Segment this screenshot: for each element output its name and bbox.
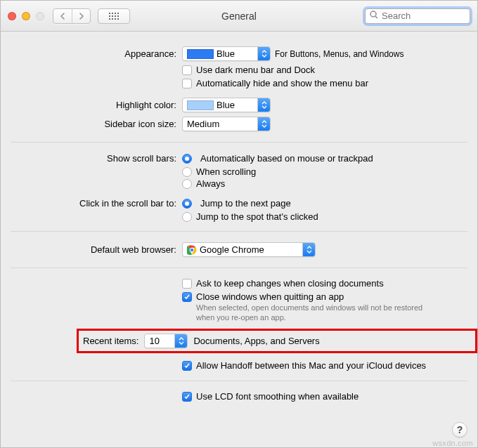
scrollbars-scrolling-label: When scrolling [196,166,256,177]
svg-rect-8 [109,18,110,20]
sidebar-size-value: Medium [187,119,222,129]
appearance-swatch [187,49,214,59]
close-windows-hint1: When selected, open documents and window… [196,303,422,312]
minimize-window-button[interactable] [22,12,30,20]
zoom-window-button[interactable] [36,12,44,20]
scrollbars-label: Show scroll bars: [1,153,182,164]
svg-rect-10 [115,18,116,20]
clickbar-spot-radio[interactable] [182,212,192,222]
auto-hide-label: Automatically hide and show the menu bar [196,78,368,88]
nav-back-forward [53,8,91,24]
close-windows-label: Close windows when quitting an app [196,291,422,302]
back-button[interactable] [53,9,72,23]
lcd-smoothing-checkbox[interactable] [182,392,192,402]
appearance-hint: For Buttons, Menus, and Windows [275,49,403,59]
svg-line-13 [375,16,377,18]
chrome-icon [187,245,197,255]
separator [11,268,467,268]
recent-items-highlight: Recent items: 10 Documents, Apps, and Se… [77,329,477,353]
svg-point-16 [190,248,194,251]
highlight-value: Blue [217,100,238,110]
scrollbars-auto-label: Automatically based on mouse or trackpad [200,153,373,164]
dark-menu-checkbox[interactable] [182,65,192,75]
clickbar-label: Click in the scroll bar to: [1,198,182,209]
auto-hide-checkbox[interactable] [182,79,192,88]
ask-changes-label: Ask to keep changes when closing documen… [196,278,384,289]
handoff-label: Allow Handoff between this Mac and your … [196,360,426,371]
help-button[interactable]: ? [452,422,467,437]
scrollbars-scrolling-radio[interactable] [182,167,192,177]
svg-rect-3 [117,13,119,14]
preferences-body: Appearance: Blue For Buttons, Menus, and… [1,32,477,447]
dropdown-arrows-icon [174,334,187,348]
window-controls [8,12,44,20]
dropdown-arrows-icon [302,243,315,256]
clickbar-next-radio[interactable] [182,199,192,209]
browser-select[interactable]: Google Chrome [182,242,316,257]
separator [11,142,467,143]
close-window-button[interactable] [8,12,16,20]
svg-rect-5 [112,15,113,17]
svg-rect-0 [109,13,110,14]
handoff-checkbox[interactable] [182,361,192,371]
scrollbars-auto-radio[interactable] [182,154,192,164]
dark-menu-label: Use dark menu bar and Dock [196,65,315,75]
svg-rect-6 [115,15,116,17]
ask-changes-checkbox[interactable] [182,279,192,289]
scrollbars-always-label: Always [196,178,225,189]
browser-value: Google Chrome [200,244,267,255]
highlight-label: Highlight color: [1,100,182,110]
clickbar-spot-label: Jump to the spot that's clicked [196,211,318,222]
appearance-label: Appearance: [1,48,182,59]
clickbar-next-label: Jump to the next page [200,198,291,209]
dropdown-arrows-icon [257,98,270,112]
search-input[interactable] [382,11,465,21]
highlight-select[interactable]: Blue [182,98,271,112]
svg-rect-11 [117,18,119,20]
dropdown-arrows-icon [257,47,270,60]
highlight-swatch [187,100,214,110]
svg-rect-2 [115,13,116,14]
svg-rect-7 [117,15,119,17]
window-toolbar: General [1,1,477,32]
svg-point-12 [370,11,376,17]
recent-items-suffix: Documents, Apps, and Servers [193,336,319,346]
svg-rect-4 [109,15,110,17]
forward-button[interactable] [72,9,90,23]
search-field[interactable] [365,8,470,24]
sidebar-size-select[interactable]: Medium [182,117,271,131]
svg-rect-1 [112,13,113,14]
close-windows-hint2: when you re-open an app. [196,313,422,322]
watermark-text: wsxdn.com [432,439,473,447]
show-all-button[interactable] [98,8,130,24]
recent-items-value: 10 [149,336,162,346]
appearance-value: Blue [217,48,238,59]
recent-items-label: Recent items: [83,336,138,346]
browser-label: Default web browser: [1,244,182,255]
scrollbars-always-radio[interactable] [182,179,192,189]
general-preferences-window: General Appearance: Blue [0,0,478,448]
separator [11,381,467,381]
lcd-smoothing-label: Use LCD font smoothing when available [196,391,358,402]
svg-rect-9 [112,18,113,20]
search-icon [370,11,382,21]
sidebar-size-label: Sidebar icon size: [1,119,182,129]
separator [11,231,467,232]
close-windows-checkbox[interactable] [182,292,192,302]
dropdown-arrows-icon [257,117,270,131]
appearance-select[interactable]: Blue [182,46,271,61]
recent-items-select[interactable]: 10 [144,334,188,348]
